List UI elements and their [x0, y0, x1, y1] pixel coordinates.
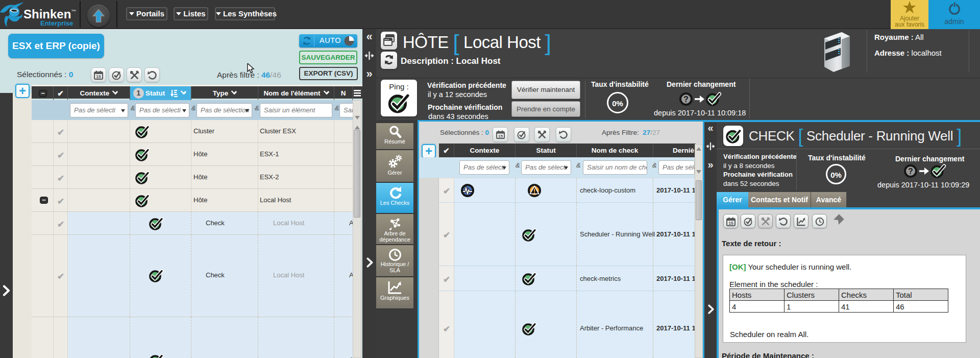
svg-text:?: ? — [908, 167, 913, 176]
svg-text:15: 15 — [498, 134, 503, 138]
svg-text:15: 15 — [96, 74, 101, 79]
svg-text:15: 15 — [728, 221, 733, 226]
svg-text:?: ? — [683, 95, 689, 104]
